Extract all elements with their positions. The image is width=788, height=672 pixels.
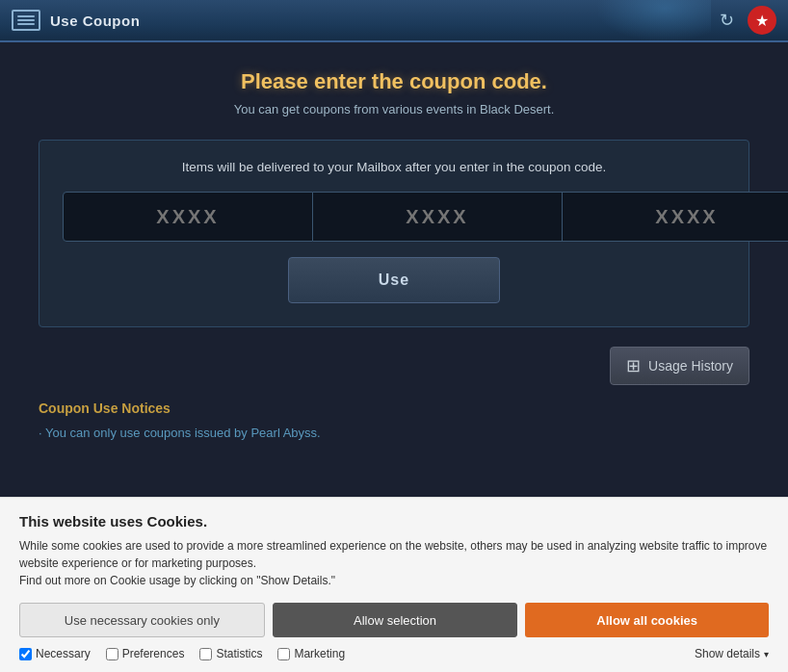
coupon-box: Items will be delivered to your Mailbox … <box>39 140 749 327</box>
coupon-input-3[interactable] <box>563 192 788 242</box>
necessary-label: Necessary <box>36 647 91 660</box>
refresh-button[interactable]: ↻ <box>713 7 740 34</box>
use-button[interactable]: Use <box>288 257 500 303</box>
coupon-input-2[interactable] <box>313 192 563 242</box>
preferences-label: Preferences <box>122 647 185 660</box>
coupon-notice: Items will be delivered to your Mailbox … <box>63 160 725 174</box>
allow-selection-button[interactable]: Allow selection <box>273 603 518 637</box>
statistics-label: Statistics <box>216 647 262 660</box>
title-bar: Use Coupon ↻ ★ <box>0 0 788 42</box>
main-content: Please enter the coupon code. You can ge… <box>0 42 788 463</box>
coupon-input-1[interactable] <box>63 192 313 242</box>
favorite-button[interactable]: ★ <box>748 6 776 35</box>
history-button-label: Usage History <box>648 358 733 374</box>
statistics-checkbox[interactable] <box>199 648 212 660</box>
cookie-banner: This website uses Cookies. While some co… <box>0 497 788 672</box>
coupon-icon <box>12 10 40 31</box>
necessary-checkbox[interactable] <box>19 648 32 660</box>
window-title: Use Coupon <box>50 13 140 29</box>
title-left: Use Coupon <box>12 10 140 31</box>
history-icon: ⊞ <box>626 355 641 376</box>
marketing-label: Marketing <box>294 647 345 660</box>
show-details-button[interactable]: Show details ▾ <box>695 647 769 660</box>
cookie-checkboxes: Necessary Preferences Statistics Marketi… <box>19 647 769 660</box>
cookie-buttons: Use necessary cookies only Allow selecti… <box>19 603 769 637</box>
statistics-checkbox-label[interactable]: Statistics <box>199 647 262 660</box>
use-button-wrap: Use <box>63 257 725 303</box>
cookie-title: This website uses Cookies. <box>19 513 769 530</box>
marketing-checkbox[interactable] <box>277 648 290 660</box>
necessary-cookies-button[interactable]: Use necessary cookies only <box>19 603 265 637</box>
page-subtitle: You can get coupons from various events … <box>39 102 749 116</box>
title-right: ↻ ★ <box>713 6 776 35</box>
show-details-label: Show details <box>695 647 760 660</box>
marketing-checkbox-label[interactable]: Marketing <box>277 647 345 660</box>
preferences-checkbox[interactable] <box>106 648 118 660</box>
allow-all-cookies-button[interactable]: Allow all cookies <box>525 603 769 637</box>
notices-title: Coupon Use Notices <box>39 401 749 416</box>
usage-history-button[interactable]: ⊞ Usage History <box>610 347 749 385</box>
notice-item: · You can only use coupons issued by Pea… <box>39 424 749 444</box>
history-row: ⊞ Usage History <box>39 347 749 385</box>
coupon-inputs <box>63 192 725 242</box>
chevron-down-icon: ▾ <box>764 649 769 659</box>
cookie-description: While some cookies are used to provide a… <box>19 537 769 589</box>
preferences-checkbox-label[interactable]: Preferences <box>106 647 185 660</box>
page-title: Please enter the coupon code. <box>39 69 749 94</box>
necessary-checkbox-label[interactable]: Necessary <box>19 647 91 660</box>
